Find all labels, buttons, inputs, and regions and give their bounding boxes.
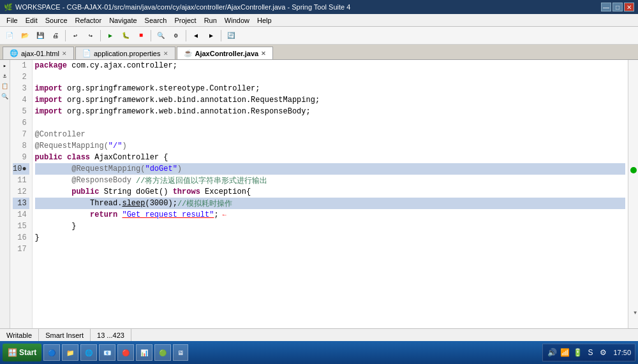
taskbar-btn-2[interactable]: 📁	[62, 344, 78, 361]
tray-icon-3[interactable]: 🔋	[572, 347, 582, 358]
taskbar-icon-6: 📊	[140, 349, 148, 356]
line-num-8: 8	[13, 140, 29, 152]
right-panel-top	[628, 60, 638, 328]
start-icon: 🪟	[8, 348, 17, 357]
taskbar-icon-1: 🔵	[48, 349, 56, 356]
left-icon-4[interactable]: 🔍	[1, 92, 10, 101]
toolbar-refresh[interactable]: 🔄	[224, 29, 238, 43]
code-line-1: package com.cy.ajax.controller;	[35, 60, 625, 71]
taskbar-btn-3[interactable]: 🌐	[80, 344, 97, 361]
tray-icon-2[interactable]: 📶	[560, 347, 570, 358]
tab-ajax-controller-close[interactable]: ✕	[261, 50, 266, 57]
menu-navigate[interactable]: Navigate	[105, 15, 140, 25]
tab-ajax-controller-icon: ☕	[184, 49, 193, 57]
taskbar-icon-8: 🖥	[177, 349, 184, 356]
title-bar-left: 🌿 WORKSPACE - CGB-AJAX-01/src/main/java/…	[4, 3, 350, 11]
line-num-2: 2	[13, 71, 29, 83]
line-num-1: 1	[13, 60, 29, 71]
tab-ajax-controller[interactable]: ☕ AjaxController.java ✕	[177, 47, 274, 59]
tab-ajax-html-icon: 🌐	[10, 49, 19, 57]
line-num-12: 12	[13, 186, 29, 198]
code-line-8: @RequestMapping("/")	[35, 140, 625, 152]
toolbar-forward[interactable]: ▶	[204, 29, 218, 43]
line-num-3: 3	[13, 83, 29, 94]
line-num-16: 16	[13, 232, 29, 244]
title-bar: 🌿 WORKSPACE - CGB-AJAX-01/src/main/java/…	[0, 0, 638, 14]
status-insert-mode: Smart Insert	[39, 329, 91, 341]
menu-help[interactable]: Help	[253, 15, 276, 25]
taskbar-time: 17:50	[613, 349, 631, 356]
tray-icon-s[interactable]: S	[585, 347, 595, 358]
tab-ajax-html-close[interactable]: ✕	[62, 50, 67, 57]
left-icon-3[interactable]: 📋	[1, 82, 10, 91]
toolbar-sep3	[151, 30, 151, 41]
toolbar-run[interactable]: ▶	[103, 29, 117, 43]
code-line-4: import org.springframework.web.bind.anno…	[35, 94, 625, 106]
status-bar: Writable Smart Insert 13 ...423	[0, 328, 638, 341]
workspace-icon: 🌿	[4, 3, 13, 11]
left-icon-1[interactable]: ▸	[1, 61, 10, 70]
status-writable: Writable	[0, 329, 39, 341]
menu-source[interactable]: Source	[41, 15, 71, 25]
toolbar-sep4	[186, 30, 186, 41]
minimize-button[interactable]: —	[601, 3, 611, 11]
taskbar-btn-5[interactable]: 🔴	[117, 344, 134, 361]
close-button[interactable]: ✕	[624, 3, 634, 11]
code-lines[interactable]: package com.cy.ajax.controller; import o…	[33, 60, 628, 328]
toolbar-back[interactable]: ◀	[189, 29, 203, 43]
menu-edit[interactable]: Edit	[22, 15, 41, 25]
taskbar-btn-1[interactable]: 🔵	[43, 344, 60, 361]
code-line-11: @ResponseBody //将方法返回值以字符串形式进行输出	[35, 175, 625, 186]
start-label: Start	[19, 348, 36, 357]
tab-app-properties[interactable]: 📄 application.properties ✕	[75, 47, 175, 59]
code-line-5: import org.springframework.web.bind.anno…	[35, 106, 625, 117]
code-line-3: import org.springframework.stereotype.Co…	[35, 83, 625, 94]
tab-ajax-html[interactable]: 🌐 ajax-01.html ✕	[3, 47, 74, 59]
toolbar-search[interactable]: 🔍	[154, 29, 168, 43]
left-icon-2[interactable]: ⚓	[1, 71, 10, 80]
toolbar-sep2	[100, 30, 101, 41]
maximize-button[interactable]: □	[612, 3, 623, 11]
toolbar-new[interactable]: 📄	[3, 29, 17, 43]
taskbar-btn-6[interactable]: 📊	[136, 344, 152, 361]
menu-window[interactable]: Window	[221, 15, 253, 25]
tab-bar: 🌐 ajax-01.html ✕ 📄 application.propertie…	[0, 45, 638, 60]
menu-refactor[interactable]: Refactor	[71, 15, 106, 25]
menu-run[interactable]: Run	[200, 15, 221, 25]
toolbar-redo[interactable]: ↪	[84, 29, 98, 43]
toolbar-print[interactable]: 🖨	[48, 29, 63, 43]
menu-project[interactable]: Project	[170, 15, 200, 25]
tab-app-properties-close[interactable]: ✕	[163, 50, 168, 57]
start-button[interactable]: 🪟 Start	[3, 344, 41, 361]
toolbar-sep5	[221, 30, 221, 41]
toolbar-open[interactable]: 📂	[18, 29, 32, 43]
taskbar-btn-4[interactable]: 📧	[99, 344, 115, 361]
toolbar-debug[interactable]: 🐛	[119, 29, 133, 43]
code-line-15: }	[35, 221, 625, 232]
code-line-13: Thread.sleep(3000);//模拟耗时操作	[35, 198, 625, 209]
left-panel: ▸ ⚓ 📋 🔍	[0, 60, 10, 328]
toolbar-settings[interactable]: ⚙	[169, 29, 183, 43]
menu-search[interactable]: Search	[141, 15, 171, 25]
toolbar-save[interactable]: 💾	[33, 29, 47, 43]
title-bar-controls[interactable]: — □ ✕	[601, 3, 634, 11]
menu-bar: File Edit Source Refactor Navigate Searc…	[0, 14, 638, 27]
tab-app-properties-label: application.properties	[94, 50, 161, 57]
code-line-9: public class AjaxController {	[35, 152, 625, 163]
menu-file[interactable]: File	[3, 15, 22, 25]
toolbar-undo[interactable]: ↩	[68, 29, 82, 43]
taskbar-btn-8[interactable]: 🖥	[173, 344, 188, 361]
line-num-15: 15	[13, 221, 29, 232]
taskbar-btn-7[interactable]: 🟢	[154, 344, 171, 361]
code-editor[interactable]: 1 2 3 4 5 6 7 8 9 10● 11 12 13 14 15 16 …	[10, 60, 628, 328]
line-num-11: 11	[13, 175, 29, 186]
taskbar-icon-3: 🌐	[85, 349, 93, 356]
tray-icon-1[interactable]: 🔊	[547, 347, 557, 358]
tray-icon-gear[interactable]: ⚙	[598, 347, 608, 358]
toolbar-stop[interactable]: ■	[134, 29, 148, 43]
code-line-17	[35, 244, 625, 255]
line-num-14: 14	[13, 209, 29, 221]
tab-ajax-controller-label: AjaxController.java	[195, 50, 259, 57]
line-num-5: 5	[13, 106, 29, 117]
tab-app-properties-icon: 📄	[82, 49, 91, 57]
